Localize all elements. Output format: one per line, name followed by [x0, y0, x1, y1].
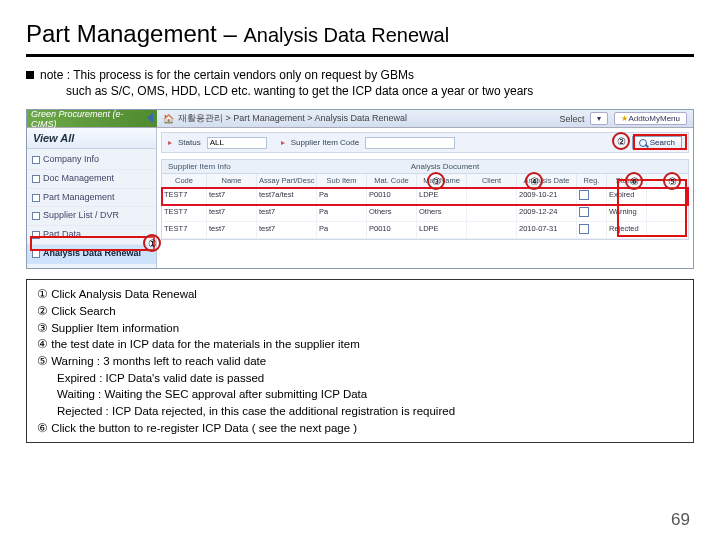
- band-supplier-info: Supplier Item Info: [168, 162, 231, 171]
- register-icon: [579, 207, 589, 217]
- instr-1: ① Click Analysis Data Renewal: [37, 288, 197, 300]
- cell-sub: Pa: [317, 188, 367, 204]
- title-sep: –: [217, 20, 244, 47]
- cell-assay: test7: [257, 205, 317, 221]
- supplier-item-code-label: Supplier Item Code: [291, 138, 359, 147]
- sidebar-item-label: CMG Management: [43, 267, 119, 270]
- highlight-rect-sidebar: [30, 236, 155, 251]
- instr-5c: Waiting : Waiting the SEC approval after…: [37, 386, 683, 403]
- note-line-2: such as S/C, OMS, HDD, LCD etc. wanting …: [26, 83, 694, 99]
- sidebar-item-doc-management[interactable]: Doc Management: [27, 170, 156, 189]
- table-row[interactable]: TEST7 test7 test7 Pa Others Others 2009-…: [162, 205, 688, 222]
- col-reg: Reg.: [577, 174, 607, 187]
- page-title: Part Management – Analysis Data Renewal: [26, 20, 694, 48]
- cell-reg[interactable]: [577, 188, 607, 204]
- title-main: Part Management: [26, 20, 217, 47]
- sidebar-item-label: Company Info: [43, 154, 99, 164]
- cell-date: 2009-12-24: [517, 205, 577, 221]
- cell-matc: P0010: [367, 188, 417, 204]
- cell-name: test7: [207, 205, 257, 221]
- sidebar-item-cmg-management[interactable]: CMG Management: [27, 264, 156, 270]
- table-header-band: Supplier Item Info Analysis Document: [162, 160, 688, 174]
- instr-3: ③ Supplier Item information: [37, 322, 179, 334]
- supplier-item-code-input[interactable]: [365, 137, 455, 149]
- add-menu-label: AddtoMyMenu: [628, 114, 680, 123]
- instr-4: ④ the test date in ICP data for the mate…: [37, 338, 360, 350]
- band-analysis-doc: Analysis Document: [411, 162, 479, 171]
- title-sub: Analysis Data Renewal: [243, 24, 449, 46]
- cell-client: [467, 205, 517, 221]
- status-label: Status: [178, 138, 201, 147]
- note-block: note : This process is for the certain v…: [26, 67, 694, 99]
- col-sub: Sub Item: [317, 174, 367, 187]
- cell-client: [467, 222, 517, 238]
- table-row[interactable]: TEST7 test7 test7 Pa P0010 LDPE 2010-07-…: [162, 222, 688, 239]
- instructions-box: ① Click Analysis Data Renewal ② Click Se…: [26, 279, 694, 443]
- cell-code: TEST7: [162, 222, 207, 238]
- instr-5b: Expired : ICP Data's valid date is passe…: [37, 370, 683, 387]
- cell-code: TEST7: [162, 205, 207, 221]
- main-panel: ▸ Status ▸ Supplier Item Code Search Sup…: [157, 128, 693, 268]
- register-icon: [579, 190, 589, 200]
- toolbar-rest: 🏠 재활용관리 > Part Management > Analysis Dat…: [157, 112, 693, 125]
- col-code: Code: [162, 174, 207, 187]
- cell-assay: test7a/test: [257, 188, 317, 204]
- cell-date: 2010-07-31: [517, 222, 577, 238]
- sidebar-item-label: Supplier List / DVR: [43, 210, 119, 220]
- note-bullet-icon: [26, 71, 34, 79]
- table-row[interactable]: TEST7 test7 test7a/test Pa P0010 LDPE 20…: [162, 188, 688, 205]
- title-underline: [26, 54, 694, 57]
- sidebar-item-company-info[interactable]: Company Info: [27, 151, 156, 170]
- cell-assay: test7: [257, 222, 317, 238]
- app-brand-label: Green Procurement (e-CIMS): [31, 109, 147, 129]
- cell-date: 2009-10-21: [517, 188, 577, 204]
- register-icon: [579, 224, 589, 234]
- table-columns: Code Name Assay Part/Desc Sub Item Mat. …: [162, 174, 688, 188]
- instr-2: ② Click Search: [37, 305, 116, 317]
- status-select[interactable]: [207, 137, 267, 149]
- results-table: Supplier Item Info Analysis Document Cod…: [161, 159, 689, 240]
- cell-reg[interactable]: [577, 222, 607, 238]
- toolbar: Green Procurement (e-CIMS) 🏠 재활용관리 > Par…: [27, 110, 693, 128]
- select-label: Select: [559, 114, 584, 124]
- cell-matn: Others: [417, 205, 467, 221]
- note-line-1: note : This process is for the certain v…: [40, 68, 414, 82]
- cell-matc: P0010: [367, 222, 417, 238]
- app-frame: Green Procurement (e-CIMS) 🏠 재활용관리 > Par…: [26, 109, 694, 269]
- instr-5d: Rejected : ICP Data rejected, in this ca…: [37, 403, 683, 420]
- highlight-rect-search: [633, 134, 687, 150]
- sidebar-item-supplier-list[interactable]: Supplier List / DVR: [27, 207, 156, 226]
- cell-matn: LDPE: [417, 188, 467, 204]
- table-rows: TEST7 test7 test7a/test Pa P0010 LDPE 20…: [162, 188, 688, 239]
- collapse-sidebar-icon[interactable]: [147, 113, 153, 125]
- app-brand: Green Procurement (e-CIMS): [27, 110, 157, 127]
- col-assay: Assay Part/Desc: [257, 174, 317, 187]
- instr-6: ⑥ Click the button to re-register ICP Da…: [37, 422, 357, 434]
- sidebar-header[interactable]: View All: [27, 128, 156, 149]
- page-number: 69: [671, 510, 690, 530]
- cell-client: [467, 188, 517, 204]
- add-to-my-menu-button[interactable]: ★ AddtoMyMenu: [614, 112, 687, 125]
- col-name: Name: [207, 174, 257, 187]
- col-client: Client: [467, 174, 517, 187]
- select-dropdown[interactable]: ▾: [590, 112, 608, 125]
- cell-code: TEST7: [162, 188, 207, 204]
- breadcrumb: 재활용관리 > Part Management > Analysis Data …: [178, 112, 407, 125]
- col-matcode: Mat. Code: [367, 174, 417, 187]
- cell-sub: Pa: [317, 205, 367, 221]
- instr-5: ⑤ Warning : 3 months left to reach valid…: [37, 355, 266, 367]
- cell-name: test7: [207, 222, 257, 238]
- sidebar-item-label: Doc Management: [43, 173, 114, 183]
- cell-name: test7: [207, 188, 257, 204]
- filter-row: ▸ Status ▸ Supplier Item Code Search: [161, 132, 689, 153]
- cell-sub: Pa: [317, 222, 367, 238]
- cell-reg[interactable]: [577, 205, 607, 221]
- sidebar-item-label: Part Management: [43, 192, 115, 202]
- sidebar-item-part-management[interactable]: Part Management: [27, 189, 156, 208]
- cell-matn: LDPE: [417, 222, 467, 238]
- cell-matc: Others: [367, 205, 417, 221]
